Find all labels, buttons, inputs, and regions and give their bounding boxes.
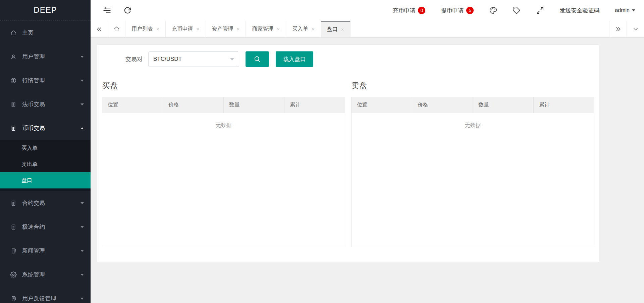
fullscreen-button[interactable] [536,6,544,14]
chevron-up-icon [80,127,84,129]
buy-table-header: 位置 价格 数量 累计 [102,97,345,113]
user-menu[interactable]: admin [615,7,635,13]
tab-deposit-requests[interactable]: 充币申请 × [166,21,206,37]
tab-options-button[interactable] [627,21,644,37]
pair-select[interactable]: BTC/USDT [148,51,239,67]
tag-button[interactable] [513,6,521,14]
tab-label: 商家管理 [252,26,273,33]
tab-merchant-management[interactable]: 商家管理 × [246,21,286,37]
close-icon[interactable]: × [237,27,240,32]
user-icon [10,53,17,60]
main-column: 充币申请 0 提币申请 5 发送安全验证码 admin [91,0,644,303]
tab-label: 盘口 [327,26,338,33]
withdraw-count-badge: 5 [466,7,474,14]
load-orderbook-button[interactable]: 载入盘口 [276,51,313,67]
sidebar-item-sell-orders[interactable]: 卖出单 [0,156,91,172]
sidebar-item-fiat-trade[interactable]: 法币交易 [0,92,91,116]
sidebar-item-contract-trade[interactable]: 合约交易 [0,191,91,215]
double-chevron-right-icon [615,26,622,33]
orderbook-card: 交易对 BTC/USDT 载入盘口 买盘 位置 价格 [97,45,599,262]
withdraw-requests-link[interactable]: 提币申请 5 [441,7,474,14]
chevron-down-icon [80,202,84,204]
document-icon [10,101,17,108]
buy-table-empty: 无数据 [102,113,345,247]
close-icon[interactable]: × [277,27,280,32]
sidebar-item-news-management[interactable]: 新闻管理 [0,239,91,263]
tab-label: 充币申请 [172,26,193,33]
palette-icon [489,6,497,14]
sidebar-item-label: 用户管理 [22,53,80,60]
scroll-tabs-right-button[interactable] [609,21,627,37]
news-icon [10,295,17,302]
coin-trade-submenu: 买入单 卖出单 盘口 [0,140,91,191]
sidebar: DEEP 主页 用户管理 行情管理 法币交易 [0,0,91,303]
sell-table: 位置 价格 数量 累计 无数据 [351,97,594,247]
column-header-total: 累计 [534,97,594,113]
chevron-down-icon [80,80,84,82]
chevron-down-icon [230,58,234,60]
deposit-requests-link[interactable]: 充币申请 0 [392,7,425,14]
buy-panel-title: 买盘 [102,80,345,91]
theme-button[interactable] [489,6,497,14]
chevron-down-icon [632,26,639,33]
sidebar-item-system-management[interactable]: 系统管理 [0,263,91,287]
news-icon [10,248,17,254]
sidebar-item-home[interactable]: 主页 [0,21,91,45]
tab-buy-orders[interactable]: 买入单 × [286,21,321,37]
tab-spacer [351,21,609,37]
home-icon [10,30,17,36]
tab-label: 资产管理 [212,26,233,33]
close-icon[interactable]: × [312,27,315,32]
close-icon[interactable]: × [341,27,344,32]
sidebar-item-user-feedback[interactable]: 用户反馈管理 [0,287,91,303]
column-header-price: 价格 [163,97,224,113]
send-security-code-button[interactable]: 发送安全验证码 [559,7,599,14]
sidebar-item-user-management[interactable]: 用户管理 [0,45,91,69]
close-icon[interactable]: × [197,27,200,32]
dollar-circle-icon [10,77,17,84]
header-right-tools: 充币申请 0 提币申请 5 发送安全验证码 admin [377,6,635,14]
collapse-sidebar-button[interactable] [103,6,111,15]
column-header-total: 累计 [284,97,345,113]
deposit-count-badge: 0 [418,7,425,14]
submenu-item-label: 买入单 [21,145,38,152]
sidebar-item-coin-trade[interactable]: 币币交易 [0,116,91,140]
chevron-down-icon [80,274,84,276]
scroll-tabs-left-button[interactable] [91,21,108,37]
refresh-button[interactable] [123,6,131,14]
tab-home[interactable] [108,21,125,37]
tab-user-list[interactable]: 用户列表 × [125,21,166,37]
app-logo: DEEP [0,0,91,21]
send-security-code-label: 发送安全验证码 [559,7,599,14]
sidebar-item-orderbook[interactable]: 盘口 [0,172,91,188]
sidebar-item-quick-contract[interactable]: 极速合约 [0,215,91,239]
sidebar-item-market-management[interactable]: 行情管理 [0,69,91,92]
sidebar-item-buy-orders[interactable]: 买入单 [0,140,91,156]
sidebar-item-label: 极速合约 [22,223,80,231]
chevron-down-icon [80,56,84,58]
tag-icon [513,6,521,14]
submenu-item-label: 卖出单 [21,161,38,168]
double-chevron-left-icon [96,26,103,33]
chevron-down-icon [80,226,84,228]
chevron-down-icon [80,103,84,105]
column-header-price: 价格 [412,97,473,113]
chevron-down-icon [80,250,84,252]
withdraw-requests-label: 提币申请 [441,7,464,14]
sidebar-item-label: 新闻管理 [22,247,80,255]
close-icon[interactable]: × [156,27,159,32]
search-button[interactable] [246,51,269,67]
pair-label: 交易对 [125,55,143,63]
buy-table: 位置 价格 数量 累计 无数据 [102,97,345,247]
chevron-down-icon [632,9,635,11]
sidebar-item-label: 主页 [22,29,84,37]
document-icon [10,200,17,207]
tab-orderbook[interactable]: 盘口 × [321,21,351,37]
document-icon [10,224,17,230]
sidebar-item-label: 法币交易 [22,100,80,108]
sidebar-item-label: 用户反馈管理 [22,295,80,302]
sell-panel-title: 卖盘 [351,80,594,91]
pair-select-value: BTC/USDT [153,56,182,62]
gear-icon [10,271,17,278]
tab-asset-management[interactable]: 资产管理 × [206,21,246,37]
